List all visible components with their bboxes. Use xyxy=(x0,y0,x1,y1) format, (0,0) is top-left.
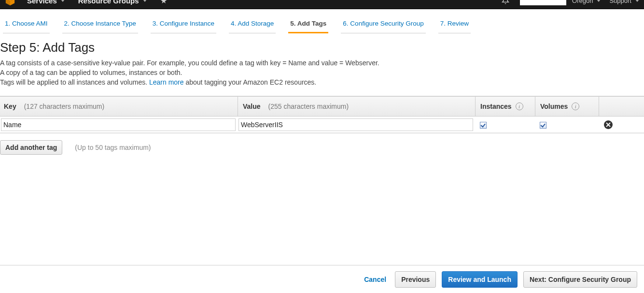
nav-services-label: Services xyxy=(27,0,57,5)
chevron-down-icon xyxy=(143,0,147,2)
col-header-key: Key (127 characters maximum) xyxy=(0,97,238,116)
desc-line-1: A tag consists of a case-sensitive key-v… xyxy=(0,58,644,68)
svg-marker-1 xyxy=(6,0,10,5)
add-tag-row: Add another tag (Up to 50 tags maximum) xyxy=(0,140,644,155)
table-row xyxy=(0,117,644,133)
tab-add-storage[interactable]: 4. Add Storage xyxy=(229,16,276,33)
tab-choose-instance-type[interactable]: 2. Choose Instance Type xyxy=(62,16,138,33)
tab-add-tags[interactable]: 5. Add Tags xyxy=(288,16,328,33)
desc-line-3b: about tagging your Amazon EC2 resources. xyxy=(184,78,317,86)
account-area[interactable] xyxy=(520,0,566,5)
col-key-label: Key xyxy=(4,103,16,110)
bell-icon[interactable] xyxy=(502,0,509,6)
tab-configure-instance[interactable]: 3. Configure Instance xyxy=(151,16,216,33)
col-value-label: Value xyxy=(243,103,261,110)
cancel-button[interactable]: Cancel xyxy=(364,276,386,283)
desc-line-3: Tags will be applied to all instances an… xyxy=(0,77,644,87)
svg-marker-2 xyxy=(10,0,14,5)
next-configure-security-group-button[interactable]: Next: Configure Security Group xyxy=(523,271,637,288)
pin-icon[interactable]: ★ xyxy=(160,0,167,5)
wizard-tabs: 1. Choose AMI 2. Choose Instance Type 3.… xyxy=(0,9,644,33)
support-label: Support xyxy=(609,0,631,4)
desc-line-3a: Tags will be applied to all instances an… xyxy=(0,78,149,86)
table-header: Key (127 characters maximum) Value (255 … xyxy=(0,96,644,117)
chevron-down-icon xyxy=(597,0,601,2)
info-icon[interactable]: i xyxy=(516,103,523,110)
col-header-instances: Instances i xyxy=(475,97,535,116)
instances-checkbox[interactable] xyxy=(480,122,487,129)
support-menu[interactable]: Support xyxy=(609,0,639,4)
chevron-down-icon xyxy=(61,0,65,2)
page-title: Step 5: Add Tags xyxy=(0,40,644,58)
tab-configure-security-group[interactable]: 6. Configure Security Group xyxy=(341,16,425,33)
info-icon[interactable]: i xyxy=(572,103,579,110)
nav-resource-groups-label: Resource Groups xyxy=(78,0,139,5)
add-another-tag-button[interactable]: Add another tag xyxy=(0,140,62,155)
col-instances-label: Instances xyxy=(480,103,512,110)
col-header-delete xyxy=(599,97,618,116)
learn-more-link[interactable]: Learn more xyxy=(149,78,184,86)
tag-key-input[interactable] xyxy=(1,118,236,131)
add-tag-hint: (Up to 50 tags maximum) xyxy=(75,144,151,151)
aws-logo-icon[interactable] xyxy=(5,0,15,6)
col-key-hint: (127 characters maximum) xyxy=(24,103,105,110)
tab-choose-ami[interactable]: 1. Choose AMI xyxy=(3,16,50,33)
top-nav: Services Resource Groups ★ Oregon Suppor… xyxy=(0,0,644,9)
desc-line-2: A copy of a tag can be applied to volume… xyxy=(0,68,644,77)
region-label: Oregon xyxy=(572,0,593,4)
delete-row-button[interactable] xyxy=(604,120,613,129)
tag-value-input[interactable] xyxy=(238,118,473,131)
volumes-checkbox[interactable] xyxy=(540,122,546,129)
region-selector[interactable]: Oregon xyxy=(572,0,601,4)
col-value-hint: (255 characters maximum) xyxy=(268,103,349,110)
page-description: A tag consists of a case-sensitive key-v… xyxy=(0,58,644,87)
review-and-launch-button[interactable]: Review and Launch xyxy=(442,271,518,288)
nav-resource-groups[interactable]: Resource Groups xyxy=(78,0,147,5)
main-content: Step 5: Add Tags A tag consists of a cas… xyxy=(0,33,644,155)
close-icon xyxy=(606,122,611,127)
tab-review[interactable]: 7. Review xyxy=(438,16,471,33)
col-header-value: Value (255 characters maximum) xyxy=(238,97,475,116)
previous-button[interactable]: Previous xyxy=(395,271,436,288)
col-volumes-label: Volumes xyxy=(540,103,568,110)
nav-services[interactable]: Services xyxy=(27,0,65,5)
footer-actions: Cancel Previous Review and Launch Next: … xyxy=(0,265,644,293)
chevron-down-icon xyxy=(635,0,639,2)
tags-table: Key (127 characters maximum) Value (255 … xyxy=(0,96,644,133)
col-header-volumes: Volumes i xyxy=(535,97,599,116)
